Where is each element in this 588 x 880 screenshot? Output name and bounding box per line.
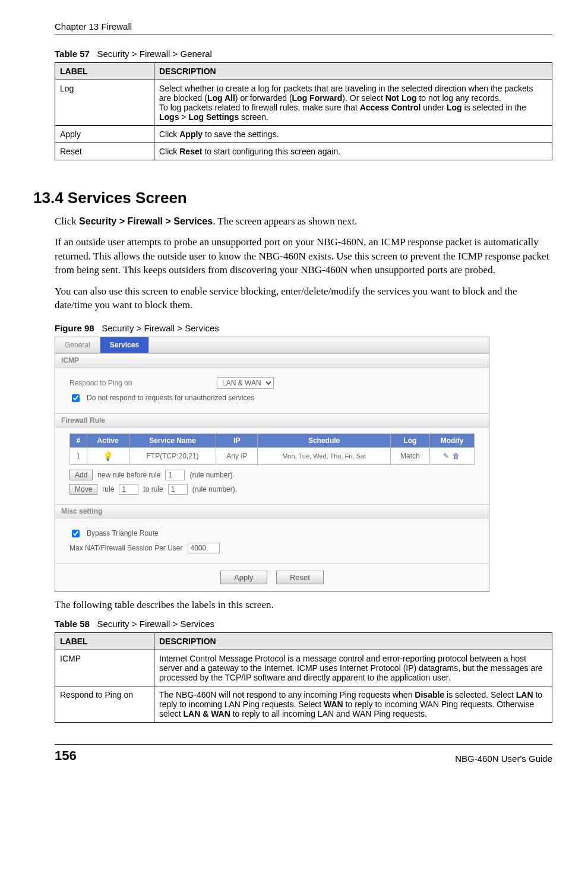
col-service: Service Name [129, 433, 216, 447]
rule-num: 1 [70, 447, 87, 464]
text: is selected in the [462, 103, 526, 112]
bold-text: Not Log [385, 93, 417, 103]
table58-row1-desc: The NBG-460N will not respond to any inc… [154, 686, 552, 723]
tab-services[interactable]: Services [100, 337, 149, 353]
table58-title: Security > Firewall > Services [97, 619, 214, 629]
text: to save the settings. [203, 129, 279, 139]
table58-header-label: LABEL [55, 633, 154, 650]
table57-title: Security > Firewall > General [97, 49, 211, 59]
text: is selected. Select [444, 690, 516, 699]
para-1: Click Security > Firewall > Services. Th… [55, 214, 552, 228]
table-row: Apply Click Apply to save the settings. [55, 126, 552, 143]
para-2: If an outside user attempts to probe an … [55, 235, 552, 277]
table58-number: Table 58 [55, 619, 90, 629]
bold-text: Security > Firewall > Services [79, 216, 213, 226]
respond-ping-label: Respond to Ping on [69, 379, 212, 387]
bold-text: LAN & WAN [183, 709, 230, 718]
button-row: Apply Reset [55, 563, 489, 591]
section-misc: Misc setting [55, 504, 489, 518]
max-session-input[interactable] [188, 543, 220, 553]
table57-header-desc: DESCRIPTION [154, 63, 552, 80]
page-header: Chapter 13 Firewall [55, 21, 552, 34]
col-num: # [70, 433, 87, 447]
bulb-icon: 💡 [103, 451, 113, 461]
text: Click [159, 129, 179, 139]
no-respond-label: Do not respond to requests for unauthori… [87, 394, 254, 402]
text: ). Or select [342, 93, 385, 103]
col-active: Active [87, 433, 129, 447]
table57: LABEL DESCRIPTION Log Select whether to … [55, 62, 552, 160]
table57-row1-desc: Click Apply to save the settings. [154, 126, 552, 143]
reset-button[interactable]: Reset [276, 571, 324, 584]
section-icmp: ICMP [55, 353, 489, 368]
col-modify: Modify [429, 433, 474, 447]
table-row: Log Select whether to create a log for p… [55, 80, 552, 126]
text: The NBG-460N will not respond to any inc… [159, 690, 415, 699]
col-ip: IP [216, 433, 258, 447]
rule-active[interactable]: 💡 [87, 447, 129, 464]
no-respond-checkbox[interactable] [72, 394, 80, 402]
table58: LABEL DESCRIPTION ICMP Internet Control … [55, 632, 552, 723]
rule-log: Match [390, 447, 429, 464]
add-rule-button[interactable]: Add [69, 470, 93, 480]
table-row: Reset Click Reset to start configuring t… [55, 143, 552, 160]
bypass-triangle-label: Bypass Triangle Route [87, 529, 159, 537]
tab-bar: General Services [55, 337, 489, 353]
text: To log packets related to firewall rules… [159, 103, 360, 112]
col-schedule: Schedule [258, 433, 390, 447]
bold-text: Access Control [360, 103, 421, 112]
respond-ping-select[interactable]: LAN & WAN [217, 377, 274, 389]
col-log: Log [390, 433, 429, 447]
move-rule-button[interactable]: Move [69, 484, 97, 495]
bold-text: Apply [179, 129, 203, 139]
figure98-title: Security > Firewall > Services [102, 323, 219, 333]
bypass-triangle-checkbox[interactable] [72, 530, 80, 537]
text: ) or forwarded ( [235, 93, 292, 103]
page-footer: 156 NBG-460N User's Guide [55, 744, 552, 764]
table58-caption: Table 58 Security > Firewall > Services [55, 619, 552, 629]
text: under [421, 103, 447, 112]
add-rule-number-input[interactable] [165, 470, 185, 480]
bold-text: Log All [207, 93, 235, 103]
table57-row2-label: Reset [55, 143, 154, 160]
figure98-number: Figure 98 [55, 323, 94, 333]
rule-modify[interactable]: ✎ 🗑 [429, 447, 474, 464]
bold-text: LAN [516, 690, 533, 699]
bold-text: WAN [324, 699, 343, 709]
apply-button[interactable]: Apply [220, 571, 267, 584]
move-rule-to-input[interactable] [168, 484, 188, 495]
text: . The screen appears as shown next. [213, 216, 357, 227]
chapter-title: Chapter 13 Firewall [55, 21, 132, 31]
text: screen. [239, 112, 268, 122]
table57-row1-label: Apply [55, 126, 154, 143]
table57-row0-desc: Select whether to create a log for packe… [154, 80, 552, 126]
tab-general[interactable]: General [55, 337, 100, 353]
move-rule-text-c: (rule number). [192, 485, 237, 493]
table58-header-desc: DESCRIPTION [154, 633, 552, 650]
table58-row0-desc: Internet Control Message Protocol is a m… [154, 650, 552, 686]
bold-text: Reset [179, 147, 202, 156]
bold-text: Log Forward [292, 93, 343, 103]
bold-text: Log Settings [188, 112, 239, 122]
section-firewall-rule: Firewall Rule [55, 413, 489, 428]
add-rule-text-a: new rule before rule [97, 471, 160, 479]
bold-text: Disable [415, 690, 444, 699]
rule-schedule: Mon, Tue, Wed, Thu, Fri, Sat [258, 447, 390, 464]
page-number: 156 [55, 748, 77, 764]
table57-header-label: LABEL [55, 63, 154, 80]
after-figure-text: The following table describes the labels… [55, 598, 552, 612]
guide-title: NBG-460N User's Guide [455, 754, 552, 764]
text: to not log any records. [417, 93, 501, 103]
table57-row2-desc: Click Reset to start configuring this sc… [154, 143, 552, 160]
screenshot-firewall-services: General Services ICMP Respond to Ping on… [55, 337, 489, 592]
move-rule-from-input[interactable] [119, 484, 138, 495]
move-rule-text-a: rule [102, 485, 114, 493]
para-3: You can also use this screen to enable s… [55, 284, 552, 312]
max-session-label: Max NAT/Firewall Session Per User [69, 544, 183, 552]
section-heading: 13.4 Services Screen [33, 189, 552, 207]
delete-icon[interactable]: 🗑 [453, 452, 461, 460]
rule-ip: Any IP [216, 447, 258, 464]
edit-icon[interactable]: ✎ [443, 452, 450, 460]
rule-service: FTP(TCP:20,21) [129, 447, 216, 464]
add-rule-text-b: (rule number). [189, 471, 234, 479]
